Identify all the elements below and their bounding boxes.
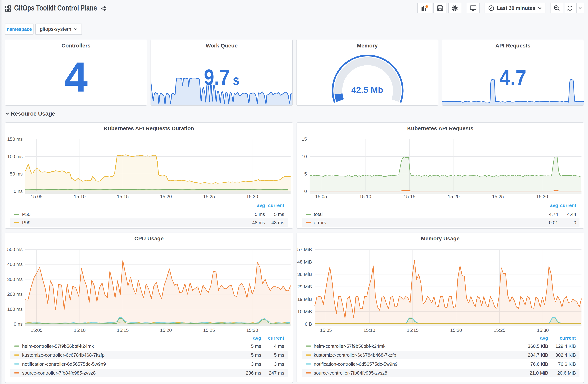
- svg-text:avg: avg: [540, 335, 548, 341]
- svg-text:notification-controller-6d5657: notification-controller-6d56575dc-5w9n9: [22, 361, 106, 367]
- svg-text:4.44: 4.44: [567, 212, 576, 217]
- svg-text:current: current: [268, 335, 284, 341]
- svg-text:20.6 MiB: 20.6 MiB: [557, 370, 576, 376]
- svg-text:15:05: 15:05: [31, 194, 42, 199]
- svg-text:247 ms: 247 ms: [269, 370, 284, 376]
- svg-text:500 ms: 500 ms: [7, 247, 23, 252]
- svg-text:15:30: 15:30: [537, 327, 549, 333]
- svg-text:source-controller-7fb84fc985-z: source-controller-7fb84fc985-zvsz8: [22, 370, 96, 376]
- svg-text:avg: avg: [253, 335, 261, 341]
- svg-text:4 ms: 4 ms: [274, 343, 284, 349]
- svg-text:kustomize-controller-6c6784b46: kustomize-controller-6c6784b468-7kzfp: [314, 352, 396, 358]
- svg-text:15: 15: [302, 136, 307, 142]
- svg-text:5 ms: 5 ms: [255, 212, 265, 217]
- svg-text:5 ms: 5 ms: [274, 352, 284, 358]
- svg-text:15:25: 15:25: [492, 194, 504, 199]
- svg-text:15:20: 15:20: [450, 327, 462, 333]
- svg-text:notification-controller-6d5657: notification-controller-6d56575dc-5w9n9: [314, 361, 398, 367]
- svg-text:10 MiB: 10 MiB: [297, 309, 312, 314]
- svg-text:400 ms: 400 ms: [7, 261, 23, 267]
- svg-text:15:15: 15:15: [117, 194, 129, 199]
- svg-text:current: current: [560, 335, 576, 341]
- svg-text:0 ns: 0 ns: [14, 321, 23, 327]
- svg-text:errors: errors: [314, 220, 326, 225]
- svg-text:15:30: 15:30: [536, 194, 548, 199]
- svg-text:15:10: 15:10: [74, 327, 85, 333]
- svg-text:29 MiB: 29 MiB: [297, 284, 312, 289]
- svg-text:15:15: 15:15: [117, 327, 129, 333]
- svg-text:302.4 KiB: 302.4 KiB: [555, 352, 576, 358]
- svg-text:avg: avg: [257, 203, 265, 208]
- svg-text:15:10: 15:10: [363, 327, 375, 333]
- svg-text:19 MiB: 19 MiB: [297, 297, 312, 302]
- svg-text:current: current: [268, 203, 284, 208]
- svg-text:38 MiB: 38 MiB: [297, 272, 312, 277]
- svg-text:0: 0: [304, 189, 307, 194]
- svg-text:50 ms: 50 ms: [10, 171, 23, 177]
- svg-text:15:05: 15:05: [31, 327, 42, 333]
- svg-text:15:30: 15:30: [246, 327, 258, 333]
- svg-text:kustomize-controller-6c6784b46: kustomize-controller-6c6784b468-7kzfp: [22, 352, 105, 358]
- svg-text:15:20: 15:20: [160, 194, 172, 199]
- svg-text:150 ms: 150 ms: [7, 136, 23, 142]
- svg-text:avg: avg: [550, 203, 558, 208]
- svg-text:5: 5: [304, 171, 307, 177]
- svg-text:76.6 KiB: 76.6 KiB: [558, 361, 576, 367]
- svg-text:360.5 KiB: 360.5 KiB: [528, 343, 548, 349]
- svg-text:21.0 MiB: 21.0 MiB: [529, 370, 548, 376]
- svg-text:0.01: 0.01: [549, 220, 558, 225]
- svg-text:43 ms: 43 ms: [271, 220, 284, 225]
- svg-text:current: current: [560, 203, 576, 208]
- svg-text:15:20: 15:20: [448, 194, 460, 199]
- svg-text:0: 0: [574, 220, 576, 225]
- svg-text:helm-controller-57f9b56bbf-k24: helm-controller-57f9b56bbf-k24mk: [314, 343, 386, 349]
- svg-text:15:30: 15:30: [246, 194, 258, 199]
- svg-text:0 ns: 0 ns: [14, 189, 23, 194]
- svg-text:3 ms: 3 ms: [251, 361, 261, 367]
- svg-text:5 ms: 5 ms: [251, 352, 261, 358]
- svg-text:15:20: 15:20: [160, 327, 172, 333]
- svg-text:0 B: 0 B: [305, 321, 312, 327]
- svg-text:76.6 KiB: 76.6 KiB: [530, 361, 548, 367]
- svg-text:P99: P99: [22, 220, 30, 225]
- svg-text:3 ms: 3 ms: [274, 361, 284, 367]
- svg-text:15:10: 15:10: [359, 194, 371, 199]
- svg-text:300 ms: 300 ms: [7, 277, 23, 282]
- svg-text:200 ms: 200 ms: [7, 291, 23, 297]
- svg-text:source-controller-7fb84fc985-z: source-controller-7fb84fc985-zvsz8: [314, 370, 387, 376]
- svg-text:100 ms: 100 ms: [7, 154, 23, 159]
- svg-text:10: 10: [302, 154, 307, 159]
- svg-text:15:15: 15:15: [404, 194, 415, 199]
- svg-text:15:25: 15:25: [203, 327, 215, 333]
- svg-text:100 ms: 100 ms: [7, 306, 23, 312]
- svg-text:15:15: 15:15: [407, 327, 419, 333]
- svg-text:15:25: 15:25: [203, 194, 215, 199]
- svg-text:48 ms: 48 ms: [252, 220, 265, 225]
- svg-text:15:05: 15:05: [320, 327, 332, 333]
- svg-text:236 ms: 236 ms: [246, 370, 261, 376]
- svg-text:5 ms: 5 ms: [274, 212, 284, 217]
- svg-text:15:10: 15:10: [74, 194, 85, 199]
- svg-text:284.7 KiB: 284.7 KiB: [528, 352, 548, 358]
- svg-text:48 MiB: 48 MiB: [297, 259, 312, 265]
- svg-text:5 ms: 5 ms: [251, 343, 261, 349]
- svg-text:15:25: 15:25: [494, 327, 505, 333]
- svg-text:57 MiB: 57 MiB: [297, 247, 312, 252]
- svg-text:total: total: [314, 212, 323, 217]
- svg-text:P50: P50: [22, 212, 30, 217]
- svg-text:helm-controller-57f9b56bbf-k24: helm-controller-57f9b56bbf-k24mk: [22, 343, 94, 349]
- svg-text:129.4 KiB: 129.4 KiB: [555, 343, 576, 349]
- svg-text:15:05: 15:05: [315, 194, 327, 199]
- svg-text:4.74: 4.74: [549, 212, 558, 217]
